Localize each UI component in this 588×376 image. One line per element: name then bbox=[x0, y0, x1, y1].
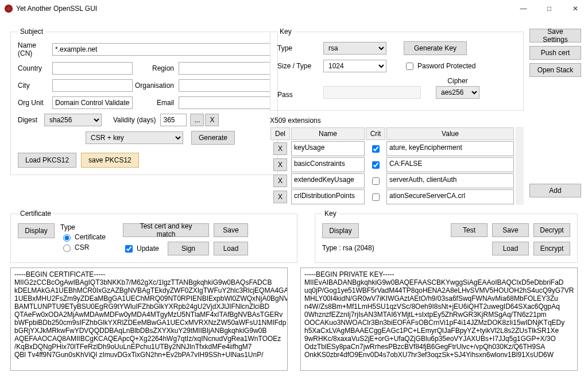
maximize-button[interactable]: □ bbox=[536, 0, 562, 17]
organisation-input[interactable] bbox=[179, 79, 270, 92]
email-label: Email bbox=[133, 99, 179, 107]
validity-browse-button[interactable]: ... bbox=[190, 114, 204, 126]
orgunit-label: Org Unit bbox=[18, 99, 52, 107]
encrypt-button[interactable]: Encrypt bbox=[533, 242, 570, 255]
window-title: Yet Another OpenSSL GUI bbox=[16, 5, 510, 13]
open-stack-button[interactable]: Open Stack bbox=[529, 63, 581, 77]
validity-label: Validity (days) bbox=[113, 116, 156, 124]
key-pass-label: Pass bbox=[277, 91, 318, 99]
key-display-button[interactable]: Display bbox=[322, 223, 359, 238]
ext-crit-0[interactable] bbox=[372, 145, 380, 153]
cipher-label: Cipher bbox=[436, 77, 479, 85]
name-input[interactable] bbox=[52, 43, 270, 56]
key-test-button[interactable]: Test bbox=[451, 223, 488, 237]
country-label: Country bbox=[18, 64, 52, 72]
region-label: Region bbox=[133, 64, 179, 72]
save-pkcs12-button[interactable]: save PKCS12 bbox=[81, 153, 139, 168]
col-crit: Crit bbox=[366, 127, 385, 140]
subject-legend: Subject bbox=[18, 28, 45, 36]
close-button[interactable]: ✕ bbox=[562, 0, 588, 17]
city-label: City bbox=[18, 82, 52, 90]
validity-clear-button[interactable]: X bbox=[205, 114, 219, 126]
digest-select[interactable]: sha256 bbox=[44, 114, 102, 126]
generate-button[interactable]: Generate bbox=[191, 131, 235, 145]
radio-csr[interactable]: CSR bbox=[60, 243, 106, 252]
x509-title: X509 extensions bbox=[270, 117, 524, 125]
subject-group: Subject Name (CN) Country Region City Or… bbox=[10, 28, 278, 175]
sign-button[interactable]: Sign bbox=[168, 242, 209, 255]
key-type-line: Type : rsa (2048) bbox=[322, 244, 374, 252]
ext-name-1[interactable]: basicConstraints bbox=[291, 157, 365, 172]
add-extension-button[interactable]: Add bbox=[529, 184, 581, 197]
ext-del-0[interactable]: X bbox=[273, 142, 287, 155]
save-settings-button[interactable]: Save Settings bbox=[529, 29, 581, 42]
region-input[interactable] bbox=[179, 62, 270, 75]
validity-input[interactable] bbox=[160, 114, 187, 126]
col-del: Del bbox=[270, 127, 290, 140]
key-save-button[interactable]: Save bbox=[492, 223, 529, 237]
ext-del-3[interactable]: X bbox=[273, 191, 287, 203]
ext-value-0[interactable]: ature, keyEncipherment bbox=[386, 141, 514, 156]
key-load-button[interactable]: Load bbox=[492, 242, 529, 255]
key-legend: Key bbox=[277, 28, 294, 36]
col-name: Name bbox=[291, 127, 365, 140]
x509-table: Del Name Crit Value X keyUsage ature, ke… bbox=[270, 127, 514, 205]
ext-del-1[interactable]: X bbox=[273, 158, 287, 171]
ext-name-3[interactable]: crlDistributionPoints bbox=[291, 189, 365, 204]
key-type-select[interactable]: rsa bbox=[323, 42, 386, 55]
key-type-label: Type bbox=[277, 44, 318, 52]
ext-name-2[interactable]: extendedKeyUsage bbox=[291, 173, 365, 188]
city-input[interactable] bbox=[52, 79, 133, 92]
organisation-label: Organisation bbox=[133, 82, 179, 90]
name-label: Name (CN) bbox=[18, 41, 52, 57]
cert-load-button[interactable]: Load bbox=[214, 242, 248, 255]
password-protected-checkbox[interactable]: Pasword Protected bbox=[404, 61, 475, 72]
ext-crit-2[interactable] bbox=[372, 177, 380, 185]
key-panel-legend: Key bbox=[322, 210, 339, 218]
key-size-label: Size / Type bbox=[277, 62, 318, 70]
certificate-textarea[interactable] bbox=[10, 268, 288, 371]
key-pass-input[interactable] bbox=[323, 86, 421, 99]
update-checkbox[interactable]: Update bbox=[123, 243, 163, 254]
push-cert-button[interactable]: Push cert bbox=[529, 46, 581, 60]
email-input[interactable] bbox=[179, 96, 270, 109]
load-pkcs12-button[interactable]: Load PKCS12 bbox=[18, 153, 76, 168]
privatekey-textarea[interactable] bbox=[300, 268, 578, 371]
test-cert-key-match-button[interactable]: Test cert and key match bbox=[123, 223, 209, 237]
ext-del-2[interactable]: X bbox=[273, 175, 287, 187]
country-input[interactable] bbox=[52, 62, 133, 75]
cert-save-button[interactable]: Save bbox=[214, 223, 248, 237]
certificate-group: Certificate Display Type Certificate CSR… bbox=[10, 210, 297, 263]
ext-value-3[interactable]: ationSecureServerCA.crl bbox=[386, 189, 514, 204]
ext-crit-3[interactable] bbox=[372, 193, 380, 201]
minimize-button[interactable]: — bbox=[510, 0, 536, 17]
key-panel-group: Key Display Type : rsa (2048) Test Save … bbox=[315, 210, 578, 263]
digest-label: Digest bbox=[18, 116, 44, 124]
radio-certificate[interactable]: Certificate bbox=[60, 232, 106, 242]
col-value: Value bbox=[386, 127, 514, 140]
ext-crit-1[interactable] bbox=[372, 161, 380, 169]
ext-name-0[interactable]: keyUsage bbox=[291, 141, 365, 156]
key-size-select[interactable]: 1024 bbox=[323, 60, 386, 72]
certificate-legend: Certificate bbox=[18, 210, 53, 218]
ext-value-1[interactable]: CA:FALSE bbox=[386, 157, 514, 172]
right-buttons: Save Settings Push cert Open Stack Add bbox=[529, 28, 587, 201]
titlebar: Yet Another OpenSSL GUI — □ ✕ bbox=[0, 0, 588, 17]
x509-scrollbar[interactable] bbox=[516, 127, 524, 205]
cert-display-button[interactable]: Display bbox=[18, 223, 55, 238]
decrypt-button[interactable]: Decrypt bbox=[533, 223, 570, 237]
generate-key-button[interactable]: Generate Key bbox=[404, 41, 467, 55]
ext-value-2[interactable]: serverAuth, clientAuth bbox=[386, 173, 514, 188]
cert-type-label: Type bbox=[60, 223, 106, 231]
orgunit-input[interactable] bbox=[52, 96, 133, 109]
app-icon bbox=[5, 5, 13, 13]
key-group: Key Type rsa Generate Key Size / Type 10… bbox=[270, 28, 524, 111]
mode-select[interactable]: CSR + key bbox=[86, 131, 183, 144]
cipher-select[interactable]: aes256 bbox=[436, 86, 479, 99]
